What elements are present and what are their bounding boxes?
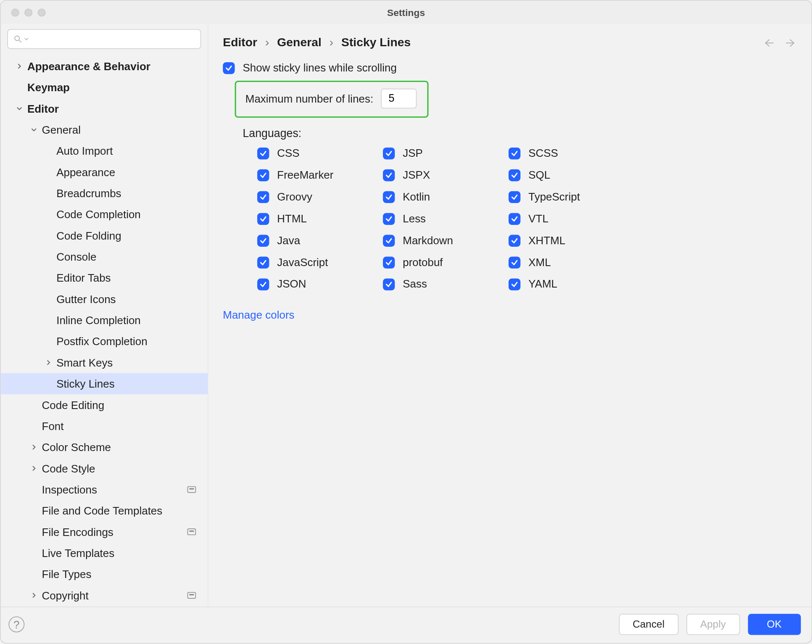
language-checkbox[interactable]: JSPX [383, 169, 509, 181]
sidebar-item[interactable]: Appearance & Behavior [1, 55, 208, 77]
checkbox-checked-icon [223, 62, 235, 74]
sidebar-item-label: Editor [24, 102, 58, 115]
sidebar-item[interactable]: File and Code Templates [1, 500, 208, 521]
sidebar-item[interactable]: Font [1, 415, 208, 436]
sidebar-item-label: Breadcrumbs [53, 187, 121, 200]
checkbox-checked-icon [509, 169, 520, 181]
language-checkbox[interactable]: Groovy [257, 190, 383, 203]
back-icon[interactable] [762, 37, 774, 48]
search-input[interactable] [7, 29, 201, 49]
checkbox-checked-icon [383, 235, 395, 246]
forward-icon[interactable] [785, 37, 797, 48]
sidebar-item[interactable]: Color Scheme [1, 437, 208, 458]
window-title: Settings [1, 7, 812, 18]
manage-colors-link[interactable]: Manage colors [223, 309, 294, 322]
language-label: SCSS [528, 147, 558, 159]
sidebar-item[interactable]: Sticky Lines [1, 373, 208, 394]
language-checkbox[interactable]: XML [509, 256, 634, 269]
language-checkbox[interactable]: Less [383, 212, 509, 225]
sidebar-item-label: Copyright [39, 589, 88, 602]
language-checkbox[interactable]: Markdown [383, 234, 509, 247]
settings-tree[interactable]: Appearance & BehaviorKeymapEditorGeneral… [1, 53, 208, 607]
checkbox-checked-icon [509, 278, 520, 290]
checkbox-checked-icon [257, 235, 269, 246]
sidebar-item-label: File Types [39, 568, 91, 581]
checkbox-checked-icon [257, 147, 269, 159]
language-checkbox[interactable]: SCSS [509, 147, 634, 159]
chevron-down-icon [29, 127, 39, 133]
sidebar-item[interactable]: Smart Keys [1, 352, 208, 373]
content-body: Show sticky lines while scrolling Maximu… [208, 55, 812, 607]
checkbox-checked-icon [257, 213, 269, 224]
ok-button[interactable]: OK [748, 614, 801, 635]
language-checkbox[interactable]: JavaScript [257, 256, 383, 269]
language-checkbox[interactable]: SQL [509, 169, 634, 181]
cancel-button[interactable]: Cancel [619, 614, 678, 635]
breadcrumb-editor[interactable]: Editor [223, 36, 257, 50]
svg-point-0 [15, 36, 19, 40]
checkbox-checked-icon [509, 235, 520, 246]
sidebar-item[interactable]: Editor Tabs [1, 267, 208, 288]
language-checkbox[interactable]: JSON [257, 278, 383, 290]
sidebar-item[interactable]: File Encodings [1, 521, 208, 542]
search-wrap [1, 24, 208, 53]
chevron-right-icon [43, 359, 53, 366]
sidebar-item-label: File and Code Templates [39, 504, 162, 517]
sidebar-item-label: Live Templates [39, 546, 114, 559]
sidebar-item[interactable]: Copyright [1, 585, 208, 606]
language-label: JavaScript [277, 256, 328, 269]
sidebar-item[interactable]: File Types [1, 564, 208, 585]
language-checkbox[interactable]: TypeScript [509, 190, 634, 203]
sidebar-item-label: Code Editing [39, 399, 104, 411]
language-label: TypeScript [528, 190, 580, 203]
sidebar-item[interactable]: General [1, 119, 208, 140]
language-checkbox[interactable]: VTL [509, 212, 634, 225]
scope-badge-icon [187, 528, 195, 535]
max-lines-input[interactable] [381, 89, 417, 108]
sidebar-item[interactable]: Gutter Icons [1, 288, 208, 309]
language-checkbox[interactable]: protobuf [383, 256, 509, 269]
sidebar-item[interactable]: Code Folding [1, 225, 208, 246]
sidebar-item[interactable]: Keymap [1, 77, 208, 98]
sidebar-item[interactable]: Editor [1, 98, 208, 119]
language-checkbox[interactable]: XHTML [509, 234, 634, 247]
sidebar-item[interactable]: Code Style [1, 458, 208, 479]
sidebar-item[interactable]: Inline Completion [1, 309, 208, 330]
sidebar-item[interactable]: Code Editing [1, 394, 208, 415]
breadcrumb: Editor › General › Sticky Lines [223, 36, 411, 50]
checkbox-checked-icon [383, 256, 395, 268]
help-button[interactable]: ? [8, 617, 24, 633]
sidebar-item-label: Color Scheme [39, 441, 111, 454]
checkbox-checked-icon [383, 191, 395, 203]
sidebar-item[interactable]: Postfix Completion [1, 331, 208, 352]
sidebar-item[interactable]: Auto Import [1, 140, 208, 161]
language-checkbox[interactable]: CSS [257, 147, 383, 159]
language-checkbox[interactable]: HTML [257, 212, 383, 225]
sidebar-item[interactable]: Code Completion [1, 204, 208, 225]
body: Appearance & BehaviorKeymapEditorGeneral… [1, 24, 812, 607]
show-sticky-lines-checkbox[interactable]: Show sticky lines while scrolling [223, 61, 797, 74]
checkbox-checked-icon [383, 213, 395, 224]
sidebar-item[interactable]: Appearance [1, 161, 208, 182]
language-label: JSP [403, 147, 423, 159]
sidebar-item[interactable]: Inspections [1, 479, 208, 500]
scope-badge-icon [187, 486, 195, 493]
chevron-right-icon [29, 592, 39, 599]
apply-button[interactable]: Apply [686, 614, 740, 635]
sidebar-item-label: Inspections [39, 483, 97, 496]
language-checkbox[interactable]: Java [257, 234, 383, 247]
sidebar-item[interactable]: Console [1, 246, 208, 267]
language-label: Java [277, 234, 300, 247]
sidebar-item-label: Editor Tabs [53, 272, 111, 284]
language-checkbox[interactable]: FreeMarker [257, 169, 383, 181]
chevron-down-icon [14, 105, 24, 112]
language-checkbox[interactable]: JSP [383, 147, 509, 159]
sidebar-item[interactable]: Breadcrumbs [1, 182, 208, 203]
breadcrumb-general[interactable]: General [277, 36, 321, 50]
language-checkbox[interactable]: Sass [383, 278, 509, 290]
language-label: protobuf [403, 256, 443, 269]
language-checkbox[interactable]: YAML [509, 278, 634, 290]
language-checkbox[interactable]: Kotlin [383, 190, 509, 203]
sidebar-item[interactable]: Live Templates [1, 542, 208, 563]
chevron-right-icon [14, 63, 24, 69]
